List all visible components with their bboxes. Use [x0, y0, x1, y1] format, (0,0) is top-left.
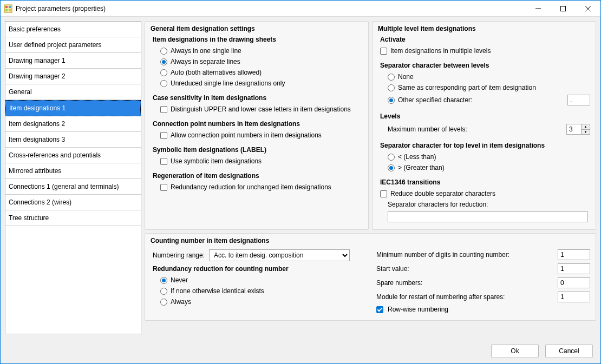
spin-down[interactable]: ▼: [582, 130, 590, 135]
sep-label-1: Same as corresponding part of item desig…: [398, 84, 536, 91]
sep-radio-1[interactable]: [388, 84, 395, 91]
drawing-radio-2[interactable]: [160, 69, 167, 76]
redund-label-1: If none otherwise identical exists: [171, 287, 264, 295]
svg-rect-6: [561, 6, 566, 11]
drawing-radio-0[interactable]: [160, 48, 167, 55]
rowwise-label: Row-wise numbering: [388, 306, 448, 313]
general-title: General item designation settings: [151, 25, 363, 32]
sidebar-item-10[interactable]: Connections 1 (general and terminals): [5, 179, 141, 195]
maximize-button[interactable]: [551, 1, 576, 16]
min-digits-label: Minimum number of digits in counting num…: [372, 251, 553, 259]
activate-label: Item designations in multiple levels: [390, 47, 491, 55]
sep-label-0: None: [398, 73, 414, 81]
sidebar-item-9[interactable]: Mirrored attributes: [5, 163, 141, 179]
levels-spinner[interactable]: ▲▼: [566, 124, 590, 135]
start-input[interactable]: [558, 263, 590, 274]
topsep-radio-1[interactable]: [388, 164, 395, 171]
svg-rect-1: [5, 6, 8, 8]
rowwise-check[interactable]: [376, 306, 383, 313]
sidebar-item-5[interactable]: Item designations 1: [5, 100, 141, 116]
case-check[interactable]: [160, 106, 167, 113]
levels-input[interactable]: [567, 124, 581, 134]
drawing-sub: Item designations in the drawing sheets: [151, 36, 363, 43]
redund-label-2: Always: [171, 298, 191, 306]
sidebar-item-7[interactable]: Item designations 3: [5, 132, 141, 148]
spin-up[interactable]: ▲: [582, 124, 590, 130]
activate-check[interactable]: [380, 48, 387, 55]
iec-sepred-label: Separator characters for reduction:: [388, 201, 488, 208]
symbolic-label: Use symbolic item designations: [171, 157, 262, 165]
redund-radio-0[interactable]: [160, 277, 167, 284]
cancel-button[interactable]: Cancel: [545, 344, 593, 358]
regen-check[interactable]: [160, 184, 167, 191]
levels-sub: Levels: [378, 112, 590, 120]
drawing-radio-1[interactable]: [160, 58, 167, 65]
sidebar-item-11[interactable]: Connections 2 (wires): [5, 195, 141, 210]
range-combo[interactable]: Acc. to item desig. composition: [209, 249, 350, 261]
sidebar-item-6[interactable]: Item designations 2: [5, 116, 141, 132]
range-label: Numbering range:: [153, 252, 205, 259]
app-icon: [4, 4, 12, 13]
sidebar-item-3[interactable]: Drawing manager 2: [5, 69, 141, 84]
conn-label: Allow connection point numbers in item d…: [171, 131, 322, 139]
sep-radio-2[interactable]: [388, 97, 395, 104]
multi-title: Multiple level item designations: [378, 25, 590, 32]
svg-rect-2: [9, 6, 11, 8]
drawing-radio-3[interactable]: [160, 80, 167, 87]
regen-sub: Regeneration of item designations: [151, 172, 363, 180]
counting-title: Counting number in item designations: [151, 237, 590, 244]
symbolic-sub: Symbolic item designations (LABEL): [151, 146, 363, 154]
drawing-label-1: Always in separate lines: [171, 58, 240, 65]
iec-reduce-label: Reduce double separator characters: [390, 190, 495, 197]
module-label: Module for restart of numbering after sp…: [372, 293, 553, 301]
conn-check[interactable]: [160, 132, 167, 139]
minimize-button[interactable]: [526, 1, 551, 16]
redund-radio-1[interactable]: [160, 288, 167, 295]
counting-group: Counting number in item designations Num…: [145, 233, 596, 321]
svg-rect-3: [5, 9, 8, 11]
redund-label-0: Never: [171, 276, 188, 284]
sidebar-item-1[interactable]: User defined project parameters: [5, 37, 141, 53]
sidebar-item-4[interactable]: General: [5, 84, 141, 100]
sep-radio-0[interactable]: [388, 74, 395, 81]
drawing-label-0: Always in one single line: [171, 47, 241, 55]
topsep-label-1: > (Greater than): [398, 164, 445, 171]
module-input[interactable]: [558, 292, 590, 302]
sep-label-2: Other specified character:: [398, 96, 472, 104]
iec-sub: IEC1346 transitions: [378, 178, 590, 186]
sep-sub: Separator character between levels: [378, 62, 590, 69]
levels-label: Maximum number of levels:: [388, 125, 563, 133]
sidebar-item-2[interactable]: Drawing manager 1: [5, 53, 141, 69]
iec-reduce-check[interactable]: [380, 190, 387, 197]
spare-input[interactable]: [558, 277, 590, 288]
sidebar-item-0[interactable]: Basic preferences: [5, 22, 141, 37]
start-label: Start value:: [372, 265, 553, 273]
ok-button[interactable]: Ok: [491, 344, 539, 358]
redund-sub: Redundancy reduction for counting number: [151, 265, 369, 273]
topsep-radio-0[interactable]: [388, 154, 395, 161]
conn-sub: Connection point numbers in item designa…: [151, 120, 363, 128]
svg-rect-4: [9, 9, 11, 11]
category-sidebar: Basic preferencesUser defined project pa…: [5, 21, 141, 334]
multi-group: Multiple level item designations Activat…: [372, 21, 596, 230]
general-group: General item designation settings Item d…: [145, 21, 369, 230]
symbolic-check[interactable]: [160, 158, 167, 165]
sidebar-item-8[interactable]: Cross-references and potentials: [5, 148, 141, 163]
window-title: Project parameters (properties): [16, 5, 526, 12]
min-digits-input[interactable]: [558, 249, 590, 260]
redund-radio-2[interactable]: [160, 299, 167, 306]
case-sub: Case sensitivity in item designations: [151, 94, 363, 102]
sidebar-item-12[interactable]: Tree structure: [5, 210, 141, 226]
close-button[interactable]: [576, 1, 600, 16]
drawing-label-3: Unreduced single line designations only: [171, 80, 285, 87]
iec-sepred-input[interactable]: [388, 211, 588, 222]
drawing-label-2: Auto (both alternatives allowed): [171, 69, 262, 76]
regen-label: Redundancy reduction for unchanged item …: [171, 183, 331, 191]
spare-label: Spare numbers:: [372, 279, 553, 287]
activate-sub: Activate: [378, 36, 590, 43]
topsep-sub: Separator character for top level in ite…: [378, 142, 590, 149]
topsep-label-0: < (Less than): [398, 153, 436, 161]
case-label: Distinguish UPPER and lower case letters…: [171, 105, 351, 113]
sep-other-input[interactable]: [567, 95, 590, 105]
